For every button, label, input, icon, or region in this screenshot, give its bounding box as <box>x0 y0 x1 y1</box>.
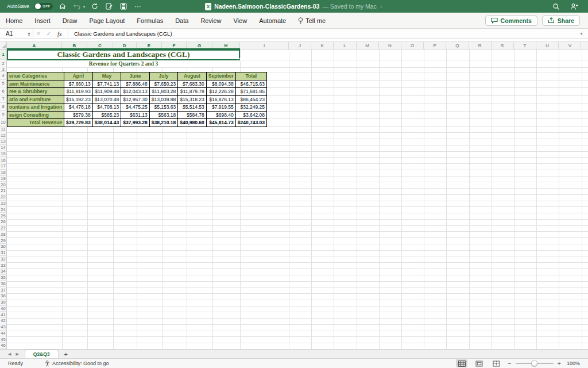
cell-B4[interactable]: April <box>64 72 93 80</box>
column-header-V[interactable]: V <box>559 42 581 49</box>
row-header-10[interactable]: 10 <box>0 118 7 126</box>
column-header-O[interactable]: O <box>401 42 424 49</box>
cell-B6[interactable]: $11,819.93 <box>64 88 93 96</box>
cell-A9[interactable]: esign Consulting <box>7 111 64 119</box>
accessibility-status[interactable]: Accessibility: Good to go <box>45 361 109 367</box>
sheet-grid[interactable]: 1234567891011121314151617181920212223242… <box>0 49 588 349</box>
row-header-24[interactable]: 24 <box>0 206 7 213</box>
cell-C7[interactable]: $13,070.48 <box>92 95 121 103</box>
cell-F10[interactable]: $40,980.60 <box>178 119 207 127</box>
ribbon-tab-formulas[interactable]: Formulas <box>137 17 163 24</box>
cell-A1-title[interactable]: Classic Gardens and Landscapes (CGL) <box>7 49 240 60</box>
comments-button[interactable]: Comments <box>485 16 537 26</box>
zoom-out-button[interactable]: − <box>508 360 511 367</box>
formula-bar-content[interactable]: Classic Gardens and Landscapes (CGL) <box>71 30 579 37</box>
row-header-41[interactable]: 41 <box>0 312 7 318</box>
cell-G7[interactable]: $16,876.13 <box>206 95 235 103</box>
share-button[interactable]: Share <box>542 16 580 26</box>
column-header-R[interactable]: R <box>469 42 492 49</box>
zoom-slider-thumb[interactable] <box>531 360 537 366</box>
ribbon-tab-review[interactable]: Review <box>200 17 221 24</box>
redo-icon[interactable] <box>90 2 99 11</box>
cell-B5[interactable]: $7,660.13 <box>64 80 93 88</box>
cell-H8[interactable]: $32,249.25 <box>235 103 266 112</box>
cell-D4[interactable]: June <box>121 72 150 80</box>
sheet-tab-q2q3[interactable]: Q2&Q3 <box>25 350 59 358</box>
search-icon[interactable] <box>551 2 560 11</box>
row-header-45[interactable]: 45 <box>0 336 7 343</box>
row-header-23[interactable]: 23 <box>0 201 7 207</box>
row-header-36[interactable]: 36 <box>0 281 7 288</box>
column-header-J[interactable]: J <box>289 42 311 49</box>
normal-view-button[interactable] <box>456 359 467 367</box>
cell-F4[interactable]: August <box>178 72 207 80</box>
cell-B9[interactable]: $579.38 <box>64 111 93 119</box>
row-header-6[interactable]: 6 <box>0 87 7 95</box>
cell-B10[interactable]: $39,729.83 <box>64 119 93 127</box>
cell-H7[interactable]: $86,454.23 <box>235 95 266 103</box>
name-box[interactable]: A1 ▲▼ <box>0 29 33 39</box>
cell-C4[interactable]: May <box>92 72 121 80</box>
cell-G10[interactable]: $45,814.73 <box>206 119 235 127</box>
column-header-S[interactable]: S <box>492 42 514 49</box>
row-header-19[interactable]: 19 <box>0 176 7 182</box>
cell-C9[interactable]: $585.23 <box>92 111 121 119</box>
cell-H10[interactable]: $240,743.03 <box>235 119 266 127</box>
row-header-3[interactable]: 3 <box>0 67 7 72</box>
cell-A6[interactable]: ree & Shrubbery <box>7 88 64 96</box>
ribbon-tab-draw[interactable]: Draw <box>63 17 78 24</box>
row-header-15[interactable]: 15 <box>0 151 7 158</box>
row-header-14[interactable]: 14 <box>0 145 7 151</box>
row-header-21[interactable]: 21 <box>0 188 7 194</box>
tell-me-button[interactable]: Tell me <box>298 17 326 24</box>
row-header-34[interactable]: 34 <box>0 269 7 275</box>
column-header-M[interactable]: M <box>357 42 379 49</box>
next-sheet-icon[interactable]: ▶ <box>16 352 18 356</box>
column-header-T[interactable]: T <box>514 42 536 49</box>
cell-A8[interactable]: ountains and Irrigation <box>7 103 64 112</box>
page-break-view-button[interactable] <box>490 359 502 367</box>
row-header-8[interactable]: 8 <box>0 103 7 111</box>
cell-E8[interactable]: $5,153.63 <box>149 103 178 112</box>
cell-A7[interactable]: atio and Furniture <box>7 95 64 103</box>
undo-icon[interactable] <box>72 2 82 11</box>
row-header-37[interactable]: 37 <box>0 287 7 293</box>
cell-A2-subtitle[interactable]: Revenue for Quarters 2 and 3 <box>7 60 240 67</box>
confirm-entry-icon[interactable]: ✓ <box>44 30 54 37</box>
insert-function-icon[interactable]: fx <box>54 30 65 37</box>
cell-H4[interactable]: Total <box>235 72 266 80</box>
row-header-17[interactable]: 17 <box>0 163 7 170</box>
cell-D7[interactable]: $12,957.30 <box>121 95 150 103</box>
ribbon-tab-automate[interactable]: Automate <box>259 17 286 24</box>
cell-E4[interactable]: July <box>149 72 178 80</box>
cell-D5[interactable]: $7,886.48 <box>121 80 150 88</box>
zoom-slider[interactable] <box>516 363 554 364</box>
save-icon[interactable] <box>119 2 128 11</box>
row-header-22[interactable]: 22 <box>0 194 7 201</box>
cell-E7[interactable]: $13,039.88 <box>149 95 178 103</box>
cell-E9[interactable]: $563.18 <box>149 111 178 119</box>
column-header-K[interactable]: K <box>311 42 334 49</box>
prev-sheet-icon[interactable]: ◀ <box>8 352 11 356</box>
cell-D10[interactable]: $37,993.28 <box>121 119 150 127</box>
row-header-28[interactable]: 28 <box>0 231 7 237</box>
row-header-27[interactable]: 27 <box>0 225 7 232</box>
cell-G9[interactable]: $698.40 <box>206 111 235 119</box>
row-header-20[interactable]: 20 <box>0 182 7 188</box>
fill-handle[interactable] <box>238 58 241 61</box>
row-header-39[interactable]: 39 <box>0 300 7 306</box>
ribbon-tab-view[interactable]: View <box>233 17 247 24</box>
cell-E10[interactable]: $38,210.18 <box>149 119 178 127</box>
home-icon[interactable] <box>58 2 67 11</box>
cell-E5[interactable]: $7,650.23 <box>149 80 178 88</box>
row-header-44[interactable]: 44 <box>0 331 7 337</box>
cell-A10[interactable]: Total Revenue <box>7 119 64 127</box>
row-header-42[interactable]: 42 <box>0 318 7 324</box>
page-layout-view-button[interactable] <box>473 359 485 367</box>
row-header-18[interactable]: 18 <box>0 170 7 176</box>
column-header-U[interactable]: U <box>536 42 559 49</box>
cell-B8[interactable]: $4,478.18 <box>64 103 93 112</box>
cell-H9[interactable]: $3,642.08 <box>235 111 266 119</box>
cell-F9[interactable]: $584.78 <box>178 111 207 119</box>
row-header-12[interactable]: 12 <box>0 132 7 139</box>
